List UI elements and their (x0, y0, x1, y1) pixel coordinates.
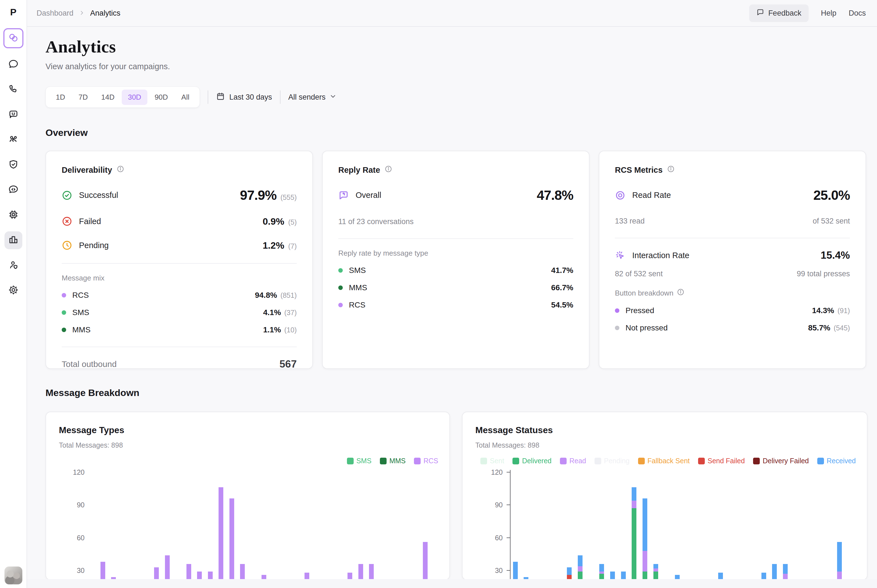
page-subtitle: View analytics for your campaigns. (45, 62, 170, 71)
sidebar-item-analytics[interactable] (5, 231, 23, 249)
sidebar-item-chats[interactable] (5, 56, 23, 74)
sidebar-item-templates[interactable] (5, 181, 23, 199)
y-axis-tick-label: 30 (472, 567, 503, 574)
docs-link[interactable]: Docs (848, 9, 866, 18)
read-rate-row: Read Rate 25.0% (615, 188, 850, 203)
mix-rcs-row: RCS 94.8%(851) (62, 291, 297, 300)
link-circles-icon (8, 32, 19, 44)
failed-value: 0.9% (263, 216, 284, 227)
sender-filter-label: All senders (288, 93, 326, 102)
bar (653, 564, 658, 580)
sidebar-item-contacts[interactable] (5, 131, 23, 149)
cursor-click-icon (615, 250, 626, 261)
interaction-right-note: 99 total presses (797, 270, 850, 278)
overall-value: 47.8% (537, 188, 573, 203)
date-range-picker[interactable]: Last 30 days (216, 92, 272, 103)
reply-rcs-row: RCS 54.5% (338, 300, 573, 309)
feedback-label: Feedback (768, 9, 801, 18)
shield-check-icon (8, 159, 19, 171)
not-pressed-dot (615, 326, 619, 330)
chat-bubble-icon (8, 58, 19, 70)
bar-segment (358, 564, 363, 580)
range-7d-button[interactable]: 7D (72, 90, 94, 105)
bar-segment (772, 564, 777, 579)
sidebar-item-settings[interactable] (5, 282, 23, 300)
bar (240, 564, 245, 580)
divider (280, 90, 281, 104)
sidebar-item-calls[interactable] (5, 81, 23, 99)
reply-rate-card: Reply Rate Overall 47.8% 11 of 23 conver… (322, 151, 590, 369)
chip-icon (8, 209, 19, 221)
bar-segment (632, 508, 637, 580)
bar-segment (599, 572, 604, 574)
y-axis-tick-mark (507, 472, 510, 472)
sidebar-item-account-security[interactable] (5, 256, 23, 274)
gear-icon (8, 285, 19, 296)
sidebar-item-integrations[interactable] (5, 206, 23, 224)
mix-sms-row: SMS 4.1%(37) (62, 308, 297, 317)
people-icon (8, 134, 19, 146)
bar (358, 564, 363, 580)
bar-segment (186, 564, 191, 580)
info-icon[interactable] (677, 288, 685, 298)
feedback-chat-icon (757, 8, 764, 18)
message-breakdown-heading: Message Breakdown (45, 387, 139, 398)
bar-segment (578, 555, 583, 566)
reply-mms-row: MMS 66.7% (338, 283, 573, 292)
bar (165, 555, 170, 580)
bar-segment (578, 566, 583, 572)
info-icon[interactable] (117, 165, 124, 175)
bar-segment (643, 498, 647, 551)
range-14d-button[interactable]: 14D (95, 90, 121, 105)
range-1d-button[interactable]: 1D (50, 90, 71, 105)
filter-bar: 1D 7D 14D 30D 90D All Last 30 days All s… (45, 87, 336, 108)
help-link[interactable]: Help (821, 9, 836, 18)
sender-filter[interactable]: All senders (288, 93, 337, 102)
bar-segment (653, 568, 658, 572)
read-count-note: 133 read (615, 217, 645, 225)
breadcrumb-dashboard[interactable]: Dashboard (36, 9, 74, 18)
bar-segment (837, 542, 842, 572)
app-logo: P (10, 7, 17, 18)
bar-segment (154, 567, 159, 580)
info-icon[interactable] (384, 165, 392, 175)
successful-row: Successful 97.9% (555) (62, 188, 297, 203)
conversations-note: 11 of 23 conversations (338, 218, 414, 226)
message-mix-label: Message mix (62, 274, 297, 282)
sidebar-item-campaigns[interactable] (3, 28, 24, 48)
message-face-icon (8, 109, 19, 120)
bar (423, 542, 428, 580)
button-breakdown-label: Button breakdown (615, 289, 674, 297)
chevron-right-icon (79, 9, 84, 18)
y-axis-tick-mark (507, 504, 510, 505)
sms-dot (62, 310, 66, 315)
feedback-button[interactable]: Feedback (749, 4, 809, 22)
bar (643, 498, 647, 580)
range-30d-button[interactable]: 30D (122, 90, 147, 105)
bar (186, 564, 191, 580)
bar-segment (165, 555, 170, 580)
message-statuses-card: Message Statuses Total Messages: 898 Sen… (462, 412, 868, 580)
bar-segment (837, 572, 842, 579)
y-axis-tick-label: 60 (54, 534, 84, 542)
sidebar-item-compliance[interactable] (5, 156, 23, 174)
message-types-plot: 120906030 (46, 412, 449, 580)
y-axis-tick-label: 90 (54, 501, 84, 509)
info-icon[interactable] (667, 165, 675, 175)
date-range-label: Last 30 days (230, 93, 272, 102)
user-avatar[interactable] (5, 567, 23, 584)
bar-segment (240, 564, 245, 580)
check-circle-icon (62, 190, 73, 201)
sidebar-item-agents[interactable] (5, 106, 23, 124)
topbar-actions: Feedback Help Docs (749, 4, 866, 22)
read-rate-value: 25.0% (813, 188, 850, 203)
sent-count-note: of 532 sent (812, 217, 850, 225)
overview-heading: Overview (45, 127, 88, 138)
bar (230, 498, 234, 580)
successful-value: 97.9% (240, 188, 276, 203)
bar-segment (101, 562, 105, 580)
target-icon (615, 190, 626, 201)
deliverability-title: Deliverability (62, 165, 112, 175)
range-90d-button[interactable]: 90D (149, 90, 174, 105)
range-all-button[interactable]: All (175, 90, 196, 105)
